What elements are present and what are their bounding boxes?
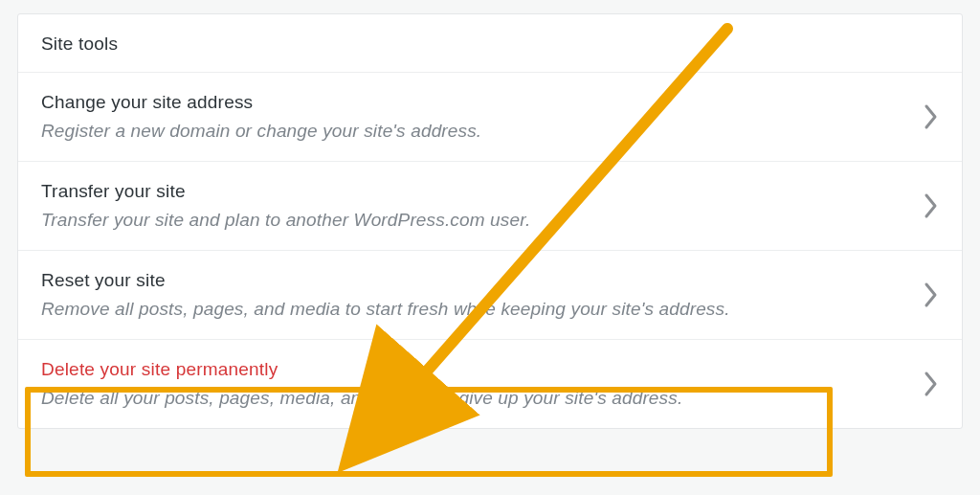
row-description: Delete all your posts, pages, media, and… — [41, 388, 901, 409]
row-title: Delete your site permanently — [41, 359, 901, 380]
row-text: Change your site address Register a new … — [41, 92, 924, 142]
row-delete-site[interactable]: Delete your site permanently Delete all … — [18, 340, 962, 428]
row-title: Reset your site — [41, 270, 901, 291]
row-description: Remove all posts, pages, and media to st… — [41, 299, 901, 320]
row-change-site-address[interactable]: Change your site address Register a new … — [18, 73, 962, 162]
row-text: Reset your site Remove all posts, pages,… — [41, 270, 924, 320]
chevron-right-icon — [924, 192, 939, 219]
chevron-right-icon — [924, 103, 939, 130]
row-reset-site[interactable]: Reset your site Remove all posts, pages,… — [18, 251, 962, 340]
chevron-right-icon — [924, 281, 939, 308]
chevron-right-icon — [924, 371, 939, 397]
row-transfer-site[interactable]: Transfer your site Transfer your site an… — [18, 162, 962, 251]
row-description: Transfer your site and plan to another W… — [41, 210, 901, 231]
row-title: Transfer your site — [41, 181, 901, 202]
section-title: Site tools — [41, 34, 118, 54]
row-description: Register a new domain or change your sit… — [41, 121, 901, 142]
row-text: Delete your site permanently Delete all … — [41, 359, 924, 409]
section-header: Site tools — [18, 14, 962, 73]
site-tools-panel: Site tools Change your site address Regi… — [17, 13, 963, 429]
row-text: Transfer your site Transfer your site an… — [41, 181, 924, 231]
row-title: Change your site address — [41, 92, 901, 113]
